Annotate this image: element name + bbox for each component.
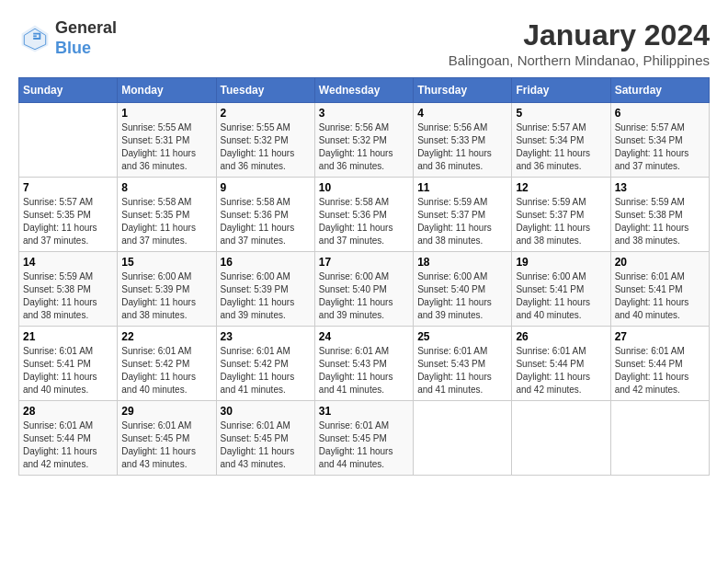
day-number: 30	[221, 405, 311, 418]
calendar-cell: 14Sunrise: 5:59 AM Sunset: 5:38 PM Dayli…	[19, 252, 118, 327]
day-info: Sunrise: 6:01 AM Sunset: 5:44 PM Dayligh…	[615, 345, 705, 396]
calendar-table: SundayMondayTuesdayWednesdayThursdayFrid…	[18, 77, 710, 476]
logo-text: General Blue	[55, 18, 117, 58]
day-info: Sunrise: 5:59 AM Sunset: 5:37 PM Dayligh…	[516, 196, 606, 247]
day-info: Sunrise: 6:00 AM Sunset: 5:40 PM Dayligh…	[319, 270, 409, 322]
calendar-week-row: 1Sunrise: 5:55 AM Sunset: 5:31 PM Daylig…	[19, 103, 710, 178]
day-info: Sunrise: 6:01 AM Sunset: 5:43 PM Dayligh…	[319, 345, 409, 396]
calendar-cell: 5Sunrise: 5:57 AM Sunset: 5:34 PM Daylig…	[512, 103, 610, 178]
calendar-cell: 30Sunrise: 6:01 AM Sunset: 5:45 PM Dayli…	[216, 401, 314, 476]
calendar-cell: 28Sunrise: 6:01 AM Sunset: 5:44 PM Dayli…	[19, 401, 118, 476]
day-number: 2	[221, 107, 311, 120]
day-number: 23	[221, 330, 311, 343]
calendar-cell: 16Sunrise: 6:00 AM Sunset: 5:39 PM Dayli…	[216, 252, 314, 327]
day-number: 18	[417, 256, 507, 269]
day-info: Sunrise: 5:58 AM Sunset: 5:35 PM Dayligh…	[121, 196, 211, 247]
day-info: Sunrise: 6:01 AM Sunset: 5:41 PM Dayligh…	[23, 345, 113, 396]
day-number: 9	[221, 181, 311, 194]
day-info: Sunrise: 6:00 AM Sunset: 5:39 PM Dayligh…	[121, 270, 211, 322]
day-number: 15	[121, 256, 211, 269]
page-header: General Blue January 2024 Balingoan, Nor…	[18, 18, 710, 68]
day-number: 20	[615, 256, 705, 269]
day-info: Sunrise: 6:01 AM Sunset: 5:43 PM Dayligh…	[417, 345, 507, 396]
calendar-cell: 31Sunrise: 6:01 AM Sunset: 5:45 PM Dayli…	[314, 401, 413, 476]
day-number: 12	[516, 181, 606, 194]
logo-blue: Blue	[55, 39, 91, 57]
day-number: 11	[417, 181, 507, 194]
calendar-cell: 11Sunrise: 5:59 AM Sunset: 5:37 PM Dayli…	[414, 178, 512, 252]
calendar-cell: 13Sunrise: 5:59 AM Sunset: 5:38 PM Dayli…	[610, 178, 709, 252]
day-number: 1	[121, 107, 211, 120]
calendar-week-row: 7Sunrise: 5:57 AM Sunset: 5:35 PM Daylig…	[19, 178, 710, 252]
day-number: 4	[417, 107, 507, 120]
calendar-week-row: 28Sunrise: 6:01 AM Sunset: 5:44 PM Dayli…	[19, 401, 710, 476]
day-number: 16	[221, 256, 311, 269]
calendar-cell: 3Sunrise: 5:56 AM Sunset: 5:32 PM Daylig…	[314, 103, 413, 178]
weekday-header-tuesday: Tuesday	[216, 78, 314, 103]
weekday-header-thursday: Thursday	[414, 78, 512, 103]
day-number: 8	[121, 181, 211, 194]
day-number: 17	[319, 256, 409, 269]
calendar-week-row: 21Sunrise: 6:01 AM Sunset: 5:41 PM Dayli…	[19, 327, 710, 401]
day-number: 22	[121, 330, 211, 343]
day-info: Sunrise: 6:01 AM Sunset: 5:44 PM Dayligh…	[23, 419, 113, 471]
calendar-cell: 2Sunrise: 5:55 AM Sunset: 5:32 PM Daylig…	[216, 103, 314, 178]
day-info: Sunrise: 6:00 AM Sunset: 5:41 PM Dayligh…	[516, 270, 606, 322]
day-number: 19	[516, 256, 606, 269]
calendar-cell: 27Sunrise: 6:01 AM Sunset: 5:44 PM Dayli…	[610, 327, 709, 401]
day-info: Sunrise: 5:59 AM Sunset: 5:38 PM Dayligh…	[23, 270, 113, 322]
day-info: Sunrise: 5:58 AM Sunset: 5:36 PM Dayligh…	[319, 196, 409, 247]
day-number: 24	[319, 330, 409, 343]
day-number: 21	[23, 330, 113, 343]
day-info: Sunrise: 5:55 AM Sunset: 5:31 PM Dayligh…	[121, 121, 211, 173]
day-info: Sunrise: 5:55 AM Sunset: 5:32 PM Dayligh…	[221, 121, 311, 173]
logo-general: General	[55, 18, 117, 37]
day-number: 5	[516, 107, 606, 120]
calendar-cell	[512, 401, 610, 476]
day-number: 6	[615, 107, 705, 120]
day-info: Sunrise: 5:57 AM Sunset: 5:34 PM Dayligh…	[615, 121, 705, 173]
day-info: Sunrise: 5:56 AM Sunset: 5:32 PM Dayligh…	[319, 121, 409, 173]
day-number: 27	[615, 330, 705, 343]
day-number: 13	[615, 181, 705, 194]
day-number: 28	[23, 405, 113, 418]
weekday-header-wednesday: Wednesday	[314, 78, 413, 103]
calendar-cell: 18Sunrise: 6:00 AM Sunset: 5:40 PM Dayli…	[414, 252, 512, 327]
day-info: Sunrise: 5:56 AM Sunset: 5:33 PM Dayligh…	[417, 121, 507, 173]
day-info: Sunrise: 6:01 AM Sunset: 5:45 PM Dayligh…	[121, 419, 211, 471]
calendar-cell	[414, 401, 512, 476]
calendar-cell: 1Sunrise: 5:55 AM Sunset: 5:31 PM Daylig…	[118, 103, 216, 178]
calendar-cell: 21Sunrise: 6:01 AM Sunset: 5:41 PM Dayli…	[19, 327, 118, 401]
day-info: Sunrise: 6:01 AM Sunset: 5:44 PM Dayligh…	[516, 345, 606, 396]
weekday-header-sunday: Sunday	[19, 78, 118, 103]
calendar-cell: 12Sunrise: 5:59 AM Sunset: 5:37 PM Dayli…	[512, 178, 610, 252]
day-number: 29	[121, 405, 211, 418]
day-info: Sunrise: 6:01 AM Sunset: 5:42 PM Dayligh…	[121, 345, 211, 396]
calendar-cell: 19Sunrise: 6:00 AM Sunset: 5:41 PM Dayli…	[512, 252, 610, 327]
calendar-cell: 24Sunrise: 6:01 AM Sunset: 5:43 PM Dayli…	[314, 327, 413, 401]
weekday-header-friday: Friday	[512, 78, 610, 103]
calendar-cell: 6Sunrise: 5:57 AM Sunset: 5:34 PM Daylig…	[610, 103, 709, 178]
calendar-cell: 23Sunrise: 6:01 AM Sunset: 5:42 PM Dayli…	[216, 327, 314, 401]
calendar-cell: 26Sunrise: 6:01 AM Sunset: 5:44 PM Dayli…	[512, 327, 610, 401]
day-number: 14	[23, 256, 113, 269]
day-number: 7	[23, 181, 113, 194]
day-info: Sunrise: 6:00 AM Sunset: 5:39 PM Dayligh…	[221, 270, 311, 322]
logo-icon	[18, 22, 51, 55]
day-info: Sunrise: 6:01 AM Sunset: 5:41 PM Dayligh…	[615, 270, 705, 322]
title-block: January 2024 Balingoan, Northern Mindana…	[449, 18, 710, 68]
day-info: Sunrise: 5:57 AM Sunset: 5:34 PM Dayligh…	[516, 121, 606, 173]
calendar-cell	[19, 103, 118, 178]
day-info: Sunrise: 5:59 AM Sunset: 5:37 PM Dayligh…	[417, 196, 507, 247]
weekday-header-row: SundayMondayTuesdayWednesdayThursdayFrid…	[19, 78, 710, 103]
day-number: 10	[319, 181, 409, 194]
calendar-cell: 4Sunrise: 5:56 AM Sunset: 5:33 PM Daylig…	[414, 103, 512, 178]
day-info: Sunrise: 6:01 AM Sunset: 5:45 PM Dayligh…	[319, 419, 409, 471]
day-info: Sunrise: 5:57 AM Sunset: 5:35 PM Dayligh…	[23, 196, 113, 247]
day-info: Sunrise: 6:01 AM Sunset: 5:45 PM Dayligh…	[221, 419, 311, 471]
day-info: Sunrise: 5:58 AM Sunset: 5:36 PM Dayligh…	[221, 196, 311, 247]
weekday-header-saturday: Saturday	[610, 78, 709, 103]
calendar-cell: 15Sunrise: 6:00 AM Sunset: 5:39 PM Dayli…	[118, 252, 216, 327]
calendar-cell	[610, 401, 709, 476]
logo: General Blue	[18, 18, 117, 58]
